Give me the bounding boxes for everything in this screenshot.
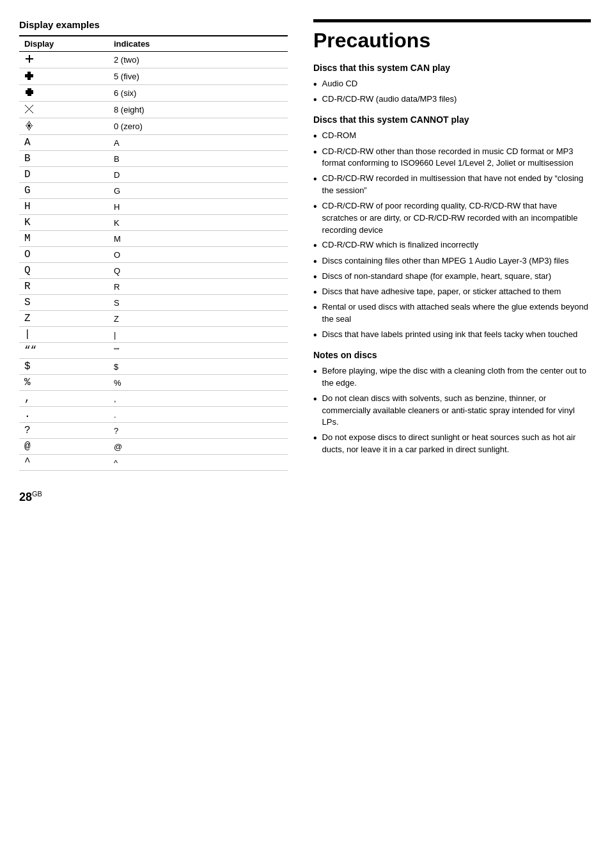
indicates-value: 8 (eight): [109, 102, 288, 118]
section-can-play: Discs that this system CAN playAudio CDC…: [313, 63, 591, 106]
top-bar: [313, 19, 591, 22]
display-examples-title: Display examples: [19, 19, 288, 30]
indicates-value: 5 (five): [109, 68, 288, 85]
list-item: CD-ROM: [313, 130, 591, 142]
table-row: ““””: [19, 343, 288, 359]
page-number: 28GB: [19, 490, 288, 504]
list-item: Discs that have labels printed using ink…: [313, 329, 591, 341]
indicates-value: |: [109, 327, 288, 343]
indicates-value: B: [109, 151, 288, 167]
indicates-value: 6 (six): [109, 85, 288, 102]
display-symbol: ?: [19, 423, 109, 439]
list-item: CD-R/CD-RW other than those recorded in …: [313, 146, 591, 170]
display-symbol: ^: [19, 455, 109, 471]
indicates-value: $: [109, 359, 288, 375]
page-layout: Display examples Display indicates 🞢2 (t…: [19, 19, 591, 504]
display-symbol: 🞦: [19, 85, 109, 102]
list-item: Discs that have adhesive tape, paper, or…: [313, 286, 591, 298]
display-symbol: H: [19, 199, 109, 215]
display-symbol: R: [19, 279, 109, 295]
indicates-value: ?: [109, 423, 288, 439]
display-symbol: S: [19, 295, 109, 311]
bullet-list-cannot-play: CD-ROMCD-R/CD-RW other than those record…: [313, 130, 591, 341]
col-indicates: indicates: [109, 36, 288, 52]
list-item: Do not clean discs with solvents, such a…: [313, 393, 591, 429]
indicates-value: @: [109, 439, 288, 455]
indicates-value: Z: [109, 311, 288, 327]
display-symbol: B: [19, 151, 109, 167]
indicates-value: D: [109, 167, 288, 183]
bullet-list-notes-on-discs: Before playing, wipe the disc with a cle…: [313, 365, 591, 456]
section-title-notes-on-discs: Notes on discs: [313, 350, 591, 360]
list-item: CD-R/CD-RW of poor recording quality, CD…: [313, 200, 591, 237]
table-row: 🞥5 (five): [19, 68, 288, 85]
table-row: QQ: [19, 263, 288, 279]
table-row: BB: [19, 151, 288, 167]
display-symbol: 🞨: [19, 102, 109, 118]
list-item: Discs of non-standard shape (for example…: [313, 271, 591, 283]
display-symbol: Z: [19, 311, 109, 327]
table-row: AA: [19, 135, 288, 151]
indicates-value: 0 (zero): [109, 118, 288, 135]
table-row: MM: [19, 231, 288, 247]
section-title-can-play: Discs that this system CAN play: [313, 63, 591, 73]
table-row: 🞠0 (zero): [19, 118, 288, 135]
table-row: HH: [19, 199, 288, 215]
table-row: DD: [19, 167, 288, 183]
table-row: ,,: [19, 391, 288, 407]
display-symbol: D: [19, 167, 109, 183]
indicates-value: %: [109, 375, 288, 391]
indicates-value: O: [109, 247, 288, 263]
indicates-value: S: [109, 295, 288, 311]
display-symbol: 🞢: [19, 52, 109, 68]
display-symbol: ,: [19, 391, 109, 407]
display-symbol: 🞠: [19, 118, 109, 135]
indicates-value: ^: [109, 455, 288, 471]
table-row: ??: [19, 423, 288, 439]
table-row: KK: [19, 215, 288, 231]
indicates-value: Q: [109, 263, 288, 279]
list-item: Do not expose discs to direct sunlight o…: [313, 432, 591, 456]
indicates-value: K: [109, 215, 288, 231]
display-symbol: 🞥: [19, 68, 109, 85]
list-item: Audio CD: [313, 78, 591, 90]
indicates-value: A: [109, 135, 288, 151]
display-symbol: M: [19, 231, 109, 247]
display-symbol: A: [19, 135, 109, 151]
list-item: Rental or used discs with attached seals…: [313, 301, 591, 326]
table-row: 🞢2 (two): [19, 52, 288, 68]
indicates-value: M: [109, 231, 288, 247]
display-symbol: O: [19, 247, 109, 263]
list-item: Before playing, wipe the disc with a cle…: [313, 365, 591, 390]
display-symbol: Q: [19, 263, 109, 279]
sections-container: Discs that this system CAN playAudio CDC…: [313, 63, 591, 456]
table-row: GG: [19, 183, 288, 199]
table-row: ^^: [19, 455, 288, 471]
table-row: ZZ: [19, 311, 288, 327]
col-display: Display: [19, 36, 109, 52]
display-table: Display indicates 🞢2 (two)🞥5 (five)🞦6 (s…: [19, 35, 288, 471]
list-item: CD-R/CD-RW recorded in multisession that…: [313, 173, 591, 197]
display-symbol: @: [19, 439, 109, 455]
indicates-value: R: [109, 279, 288, 295]
table-row: $$: [19, 359, 288, 375]
section-notes-on-discs: Notes on discsBefore playing, wipe the d…: [313, 350, 591, 456]
list-item: Discs containing files other than MPEG 1…: [313, 255, 591, 267]
indicates-value: ””: [109, 343, 288, 359]
bullet-list-can-play: Audio CDCD-R/CD-RW (audio data/MP3 files…: [313, 78, 591, 106]
table-row: @@: [19, 439, 288, 455]
section-title-cannot-play: Discs that this system CANNOT play: [313, 114, 591, 125]
right-column: Precautions Discs that this system CAN p…: [313, 19, 591, 462]
display-symbol: .: [19, 407, 109, 423]
indicates-value: ,: [109, 391, 288, 407]
indicates-value: G: [109, 183, 288, 199]
table-row: 🞨8 (eight): [19, 102, 288, 118]
display-symbol: K: [19, 215, 109, 231]
indicates-value: .: [109, 407, 288, 423]
table-row: OO: [19, 247, 288, 263]
table-row: RR: [19, 279, 288, 295]
table-row: SS: [19, 295, 288, 311]
display-symbol: |: [19, 327, 109, 343]
display-symbol: ““: [19, 343, 109, 359]
section-cannot-play: Discs that this system CANNOT playCD-ROM…: [313, 114, 591, 341]
